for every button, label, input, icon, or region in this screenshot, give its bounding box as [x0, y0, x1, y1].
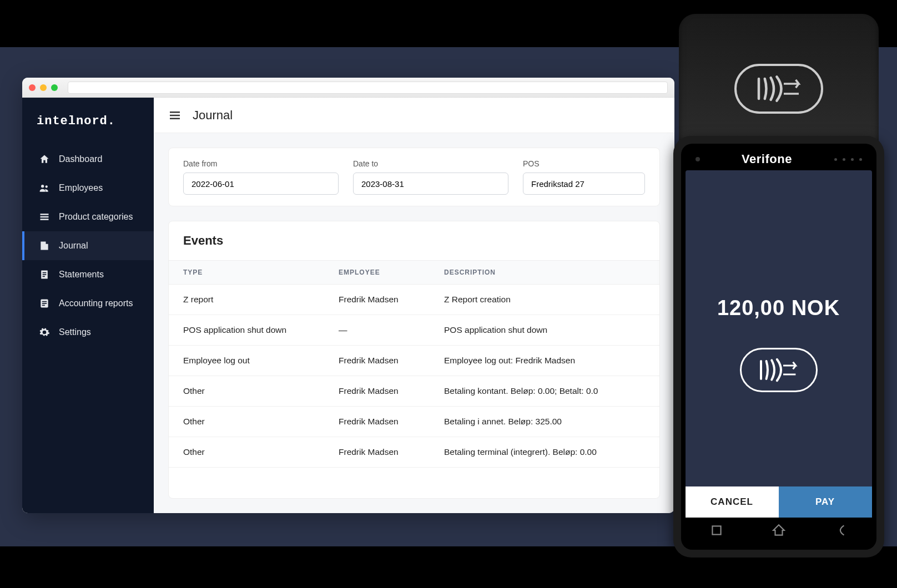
- svg-rect-6: [43, 272, 47, 273]
- cell-employee: Fredrik Madsen: [339, 447, 444, 457]
- window-maximize-dot[interactable]: [51, 84, 58, 91]
- sidebar-item-label: Settings: [59, 327, 91, 337]
- events-title: Events: [169, 221, 659, 260]
- table-row[interactable]: OtherFredrik MadsenBetaling terminal (in…: [169, 437, 659, 468]
- sidebar-item-journal[interactable]: Journal: [22, 231, 154, 260]
- cell-employee: Fredrik Madsen: [339, 295, 444, 305]
- cell-employee: Fredrik Madsen: [339, 386, 444, 396]
- table-row[interactable]: POS application shut down—POS applicatio…: [169, 315, 659, 346]
- svg-rect-3: [41, 216, 49, 218]
- cell-description: Employee log out: Fredrik Madsen: [444, 356, 645, 366]
- app-logo: intelnord.: [22, 114, 154, 145]
- device-brand: Verifone: [742, 152, 792, 166]
- pos-screen: 120,00 NOK CANCEL PAY: [686, 170, 872, 518]
- home-icon[interactable]: [772, 523, 786, 540]
- sidebar-item-label: Accounting reports: [59, 298, 133, 308]
- svg-rect-12: [42, 305, 45, 306]
- nfc-icon: [734, 64, 823, 114]
- topbar: Journal: [154, 98, 674, 133]
- events-table-header: TYPE EMPLOYEE DESCRIPTION: [169, 260, 659, 285]
- window-minimize-dot[interactable]: [40, 84, 47, 91]
- date-to-label: Date to: [353, 159, 508, 168]
- device-statusbar: Verifone: [686, 148, 872, 170]
- cell-description: Betaling terminal (integrert). Beløp: 0.…: [444, 447, 645, 457]
- cell-employee: —: [339, 325, 444, 335]
- browser-urlbar[interactable]: [68, 82, 668, 94]
- col-header-description: DESCRIPTION: [444, 268, 645, 276]
- svg-rect-7: [43, 274, 47, 275]
- terminal-printer: [679, 14, 879, 147]
- window-close-dot[interactable]: [29, 84, 36, 91]
- svg-rect-11: [42, 303, 47, 304]
- browser-titlebar: [22, 78, 674, 98]
- sidebar-item-product-categories[interactable]: Product categories: [22, 202, 154, 231]
- categories-icon: [39, 211, 50, 222]
- sidebar-item-statements[interactable]: Statements: [22, 260, 154, 289]
- svg-rect-8: [43, 276, 45, 277]
- sidebar-item-label: Product categories: [59, 212, 133, 222]
- sidebar-item-label: Statements: [59, 270, 104, 280]
- date-from-label: Date from: [183, 159, 339, 168]
- browser-window: intelnord. Dashboard Employees Product c…: [22, 78, 674, 513]
- sidebar-item-label: Dashboard: [59, 154, 102, 164]
- table-row[interactable]: OtherFredrik MadsenBetaling i annet. Bel…: [169, 407, 659, 437]
- menu-icon[interactable]: [168, 109, 182, 122]
- cell-description: Betaling kontant. Beløp: 0.00; Betalt: 0…: [444, 386, 645, 396]
- led-indicators: [834, 158, 862, 161]
- cell-type: Z report: [183, 295, 339, 305]
- cell-description: POS application shut down: [444, 325, 645, 335]
- statements-icon: [39, 269, 50, 280]
- table-row[interactable]: OtherFredrik MadsenBetaling kontant. Bel…: [169, 376, 659, 407]
- events-card: Events TYPE EMPLOYEE DESCRIPTION Z repor…: [168, 221, 660, 499]
- svg-rect-10: [42, 301, 47, 302]
- gear-icon: [39, 327, 50, 338]
- svg-point-1: [46, 185, 48, 187]
- cell-employee: Fredrik Madsen: [339, 417, 444, 427]
- page-title: Journal: [193, 108, 233, 123]
- reports-icon: [39, 298, 50, 309]
- android-nav-keys: [686, 518, 872, 545]
- terminal-handset: Verifone 120,00 NOK CANCEL PAY: [673, 136, 884, 557]
- recent-apps-icon[interactable]: [709, 523, 724, 540]
- pos-label: POS: [523, 159, 645, 168]
- home-icon: [39, 154, 50, 165]
- cell-employee: Fredrik Madsen: [339, 356, 444, 366]
- cell-type: Other: [183, 417, 339, 427]
- cell-type: Employee log out: [183, 356, 339, 366]
- journal-icon: [39, 240, 50, 251]
- cell-type: Other: [183, 447, 339, 457]
- cancel-button[interactable]: CANCEL: [686, 486, 779, 518]
- people-icon: [39, 183, 50, 194]
- nfc-icon: [740, 348, 818, 392]
- svg-rect-15: [170, 118, 180, 119]
- pos-select[interactable]: [523, 173, 645, 195]
- svg-rect-4: [41, 219, 49, 220]
- sidebar-item-accounting-reports[interactable]: Accounting reports: [22, 289, 154, 318]
- filters-panel: Date from Date to POS: [168, 148, 660, 206]
- pay-button[interactable]: PAY: [779, 486, 872, 518]
- main-content: Journal Date from Date to POS Events: [154, 98, 674, 513]
- camera-dot-icon: [696, 157, 700, 161]
- sidebar-item-dashboard[interactable]: Dashboard: [22, 145, 154, 174]
- sidebar: intelnord. Dashboard Employees Product c…: [22, 98, 154, 513]
- col-header-employee: EMPLOYEE: [339, 268, 444, 276]
- back-icon[interactable]: [834, 523, 848, 540]
- sidebar-item-label: Journal: [59, 241, 88, 251]
- cell-type: POS application shut down: [183, 325, 339, 335]
- col-header-type: TYPE: [183, 268, 339, 276]
- svg-rect-16: [712, 526, 720, 534]
- svg-point-0: [41, 185, 44, 187]
- cell-description: Betaling i annet. Beløp: 325.00: [444, 417, 645, 427]
- sidebar-item-employees[interactable]: Employees: [22, 174, 154, 202]
- cell-type: Other: [183, 386, 339, 396]
- sidebar-item-label: Employees: [59, 183, 103, 193]
- table-row[interactable]: Z reportFredrik MadsenZ Report creation: [169, 285, 659, 315]
- date-to-input[interactable]: [353, 173, 508, 195]
- svg-rect-14: [170, 114, 180, 116]
- payment-amount: 120,00 NOK: [717, 296, 840, 320]
- svg-rect-13: [170, 111, 180, 113]
- table-row[interactable]: Employee log outFredrik MadsenEmployee l…: [169, 346, 659, 376]
- sidebar-item-settings[interactable]: Settings: [22, 318, 154, 347]
- date-from-input[interactable]: [183, 173, 339, 195]
- svg-rect-2: [41, 214, 49, 215]
